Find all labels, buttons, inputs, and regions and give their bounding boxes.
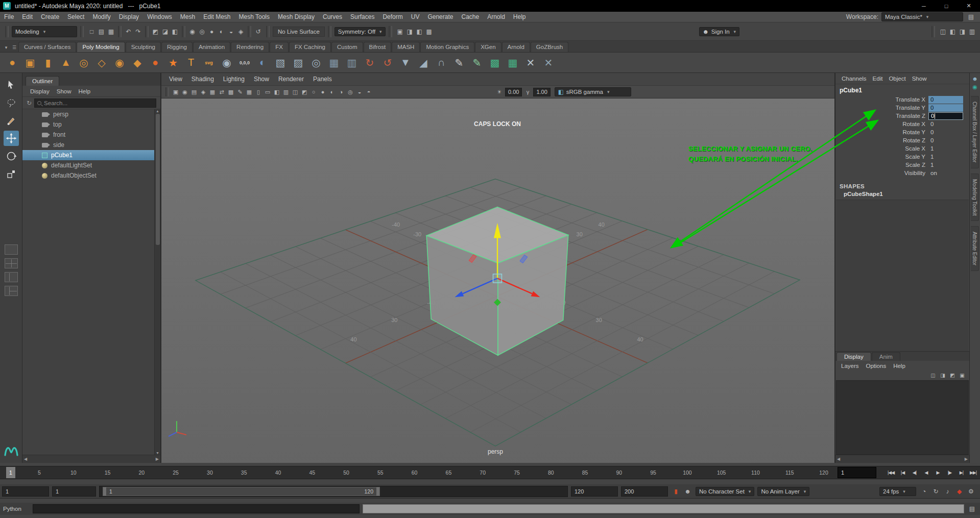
add-selected-to-layer-icon[interactable]: ◩ [948,371,957,379]
svg-tool[interactable]: svg [201,55,217,71]
shelf-tab-animation[interactable]: Animation [193,42,230,52]
shape-node-name[interactable]: pCubeShape1 [835,189,969,200]
channel-label[interactable]: Rotate Z [835,137,928,143]
combine-tool[interactable]: ▧ [272,55,289,71]
wireframe-on-shaded-icon[interactable]: ◎ [346,87,355,97]
shelf-tab-rendering[interactable]: Rendering [231,42,269,52]
channel-label[interactable]: Scale Y [835,154,928,160]
offset-edge-loop-tool[interactable]: ↺ [379,55,396,71]
exposure-field[interactable]: 0.00 [505,88,522,96]
poly-cone-tool[interactable]: ▲ [58,55,74,71]
time-tick[interactable]: 95 [646,466,661,479]
new-scene-icon[interactable]: □ [87,27,97,36]
step-back-frame-button[interactable]: ◀| [909,467,920,478]
bookmarks-icon[interactable]: ◈ [199,87,208,97]
time-tick[interactable]: 20 [134,466,149,479]
menu-curves[interactable]: Curves [319,13,346,20]
channel-menu-show[interactable]: Show [909,76,930,82]
select-by-hierarchy-icon[interactable]: ◩ [151,27,160,36]
go-to-end-button[interactable]: ▶▶| [967,467,979,478]
channel-value-field[interactable]: 1 [928,161,963,169]
outliner-item-defaultlightset[interactable]: defaultLightSet [22,160,154,170]
group-separator[interactable] [328,26,331,37]
outliner-item-top[interactable]: top [22,119,154,130]
channel-label[interactable]: Translate Z [835,113,928,119]
uv-editor-icon[interactable]: ▩ [487,55,503,71]
refresh-icon[interactable]: ↻ [27,100,32,107]
search-input[interactable]: Search... [34,98,156,108]
workspace-selector[interactable]: Maya Classic* [881,12,963,21]
time-tick[interactable]: 25 [168,466,183,479]
snap-to-projected-center-icon[interactable]: ◐ [217,27,226,36]
gamma-toggle-icon[interactable]: γ [523,87,532,97]
exposure-toggle-icon[interactable]: ☀ [495,87,504,97]
close-button[interactable]: ✕ [958,0,980,12]
quick-render-icon[interactable]: ◨ [405,27,415,36]
channel-value-field[interactable]: 0 [928,112,963,120]
time-tick[interactable]: 115 [782,466,797,479]
textured-icon[interactable]: ◐ [327,87,337,97]
bookmark-icon[interactable]: ▮ [671,486,681,496]
menu-mesh-display[interactable]: Mesh Display [274,13,319,20]
layout-single-pane[interactable] [5,244,18,255]
render-settings-icon[interactable]: ▩ [424,27,434,36]
time-tick[interactable]: 100 [680,466,695,479]
animation-end-field[interactable]: 200 [621,486,668,497]
anim-layer-selector[interactable]: No Anim Layer [757,487,809,496]
channel-label[interactable]: Translate X [835,96,928,103]
outliner-title-tab[interactable]: Outliner [26,76,59,86]
group-separator[interactable] [80,26,84,37]
character-set-selector[interactable]: No Character Set [696,487,754,496]
open-scene-icon[interactable]: ▤ [97,27,106,36]
safe-action-icon[interactable]: ◫ [291,87,300,97]
channel-label[interactable]: Scale X [835,145,928,152]
select-tool[interactable] [4,77,19,92]
new-layer-icon[interactable]: ▣ [958,371,966,379]
script-editor-icon[interactable]: ▤ [967,504,977,514]
xray-icon[interactable]: ◒ [355,87,364,97]
time-tick[interactable]: 60 [407,466,422,479]
group-separator[interactable] [165,87,169,96]
time-tick[interactable]: 90 [611,466,627,479]
separate-tool[interactable]: ▨ [290,55,306,71]
fps-selector[interactable]: 24 fps [879,487,916,496]
minimize-button[interactable]: ─ [913,0,935,12]
play-forwards-button[interactable]: ▶ [932,467,944,478]
channel-menu-edit[interactable]: Edit [870,76,886,82]
status-dot-icon[interactable]: ◉ [972,83,977,91]
time-tick[interactable]: 55 [373,466,388,479]
group-separator[interactable] [389,26,392,37]
snap-to-point-icon[interactable]: ● [207,27,217,36]
shelf-tab-rigging[interactable]: Rigging [161,42,193,52]
channel-value-field[interactable]: 0 [928,137,963,144]
layer-menu-options[interactable]: Options [863,363,890,369]
menu-set-selector[interactable]: Modeling [12,26,77,37]
viewport-menu-panels[interactable]: Panels [308,76,337,83]
character-set-icon[interactable]: ☻ [683,486,692,496]
layer-tab-anim[interactable]: Anim [872,352,900,361]
poly-platonic-tool[interactable]: ◆ [129,55,146,71]
ipr-render-icon[interactable]: ◧ [415,27,424,36]
time-tick[interactable]: 30 [202,466,218,479]
menu-edit-mesh[interactable]: Edit Mesh [199,13,234,20]
make-live-icon[interactable]: ◈ [236,27,246,36]
sign-in-button[interactable]: ☻Sign In [699,27,739,36]
group-separator[interactable] [248,26,251,37]
modeling-toolkit-toggle-icon[interactable]: ◫ [938,27,948,36]
menu-mesh-tools[interactable]: Mesh Tools [235,13,274,20]
sound-icon[interactable]: ♪ [943,486,952,496]
uv-layout-icon[interactable]: ▦ [505,55,521,71]
menu-arnold[interactable]: Arnold [483,13,509,20]
resolution-gate-icon[interactable]: ▭ [263,87,272,97]
bridge-tool[interactable]: ∩ [433,55,449,71]
layout-persp-outliner[interactable] [5,272,18,282]
layer-mute-icon[interactable]: ◫ [929,371,937,379]
shelf-tab-mash[interactable]: MASH [392,42,420,52]
time-tick[interactable]: 75 [509,466,524,479]
time-tick[interactable]: 5 [32,466,47,479]
scene-3d[interactable]: -40-303040-40-3030403040 [161,98,834,462]
live-surface-field[interactable]: No Live Surface [273,27,325,37]
playback-speed-icon[interactable]: ◔ [919,486,929,496]
snap-to-curve-icon[interactable]: ◎ [197,27,207,36]
shelf-tab-sculpting[interactable]: Sculpting [126,42,161,52]
